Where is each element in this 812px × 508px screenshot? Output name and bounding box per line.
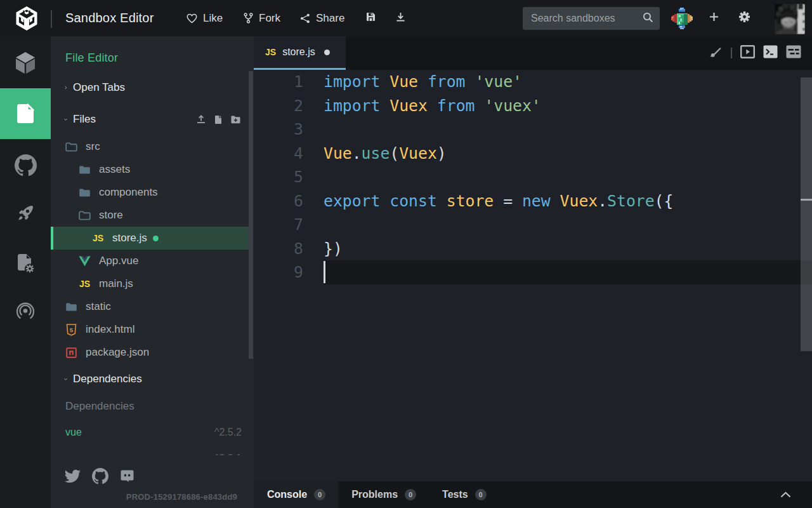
panel-expand-button[interactable] [780,481,791,508]
chevron-right-icon [51,84,67,91]
tree-item-label: main.js [99,277,133,290]
tree-item-components[interactable]: components [51,181,249,204]
section-files[interactable]: Files [51,108,249,131]
js-icon: JS [265,47,276,57]
search-input[interactable] [523,13,640,24]
file-icon [16,104,34,124]
tree-item-main-js[interactable]: JSmain.js [51,272,249,295]
activity-item-live[interactable] [0,293,51,331]
activity-bar [0,36,51,508]
console-icon[interactable] [763,45,778,61]
sidebar-scrollbar[interactable] [249,71,253,359]
new-folder-icon[interactable] [231,116,240,124]
line-number: 2 [254,94,303,118]
editor-tabbar: JS store.js [254,36,812,70]
chevron-up-icon [780,489,791,500]
save-button[interactable] [366,0,376,36]
editor: JS store.js 123456789 import Vue from 'v… [254,36,812,508]
dependencies-label: Dependencies [65,400,134,413]
count-badge: 0 [405,489,416,500]
sidebar-footer: PROD-1529178686-e843dd9 [51,455,249,508]
section-open-tabs[interactable]: Open Tabs [51,76,249,99]
activity-item-rocket[interactable] [0,194,51,232]
panel-tab-problems[interactable]: Problems0 [338,481,429,508]
chevron-down-icon [51,116,67,123]
twitter-icon[interactable] [64,469,81,484]
code-line-2: import Vuex from 'vuex' [324,94,541,118]
panel-tab-label: Problems [351,489,398,500]
live-icon [15,302,36,322]
share-button[interactable]: Share [300,0,344,36]
panel-tab-label: Console [267,489,307,500]
prettify-icon[interactable] [709,45,723,62]
tree-item-label: static [86,300,111,313]
patron-badge-icon[interactable] [671,0,693,36]
js-icon: JS [79,278,91,290]
codesandbox-logo[interactable] [14,6,39,31]
discord-icon[interactable] [119,469,135,485]
tree-item-index-html[interactable]: 5index.html [51,318,249,341]
chevron-down-icon [51,375,67,383]
code-line-8: }) [324,237,343,261]
line-number: 3 [254,117,303,142]
tree-item-label: App.vue [99,255,138,267]
folder-open-icon [65,141,77,153]
upload-icon[interactable] [197,115,206,124]
code-editor[interactable]: 123456789 import Vue from 'vue'import Vu… [254,70,812,481]
current-line-highlight [324,260,812,284]
sidebar: File Editor Open Tabs Files srcassetscom… [51,36,254,508]
download-button[interactable] [396,0,405,36]
tree-item-package-json[interactable]: package.json [51,341,249,364]
rocket-icon [15,203,36,224]
editor-scrollbar[interactable] [801,77,812,351]
app-title: Sandbox Editor [65,0,154,36]
panel-tab-tests[interactable]: Tests0 [429,481,499,508]
settings-button[interactable] [739,0,750,36]
fork-button[interactable]: Fork [244,0,280,36]
activity-item-file[interactable] [0,88,51,139]
section-dependencies[interactable]: Dependencies [51,368,249,391]
build-id: PROD-1529178686-e843dd9 [126,492,237,502]
tree-item-store-js[interactable]: JSstore.js [51,227,249,250]
tree-item-store[interactable]: store [51,204,249,227]
line-number: 1 [254,70,303,94]
activity-item-github[interactable] [0,146,51,184]
code-line-6: export const store = new Vuex.Store({ [324,189,673,213]
github-icon[interactable] [92,468,108,485]
new-file-icon[interactable] [214,115,222,124]
tree-item-label: components [99,186,158,199]
tree-item-assets[interactable]: assets [51,158,249,181]
tree-item-src[interactable]: src [51,135,249,158]
dependencies-section-label: Dependencies [73,373,142,385]
folder-icon [65,301,77,313]
activity-item-cube[interactable] [0,44,51,82]
line-number: 9 [254,260,303,284]
search-icon[interactable] [643,12,653,25]
tree-item-label: store.js [112,232,147,244]
user-avatar[interactable] [775,4,805,34]
preview-icon[interactable] [740,45,755,61]
count-badge: 0 [314,489,325,500]
tree-item-label: package.json [86,346,149,359]
activity-item-file-gear[interactable] [0,244,51,283]
header-divider [51,10,52,28]
files-label: Files [73,113,96,126]
tree-item-App-vue[interactable]: App.vue [51,250,249,272]
like-button[interactable]: Like [187,0,223,36]
plus-icon [709,12,719,24]
new-sandbox-button[interactable] [709,0,719,36]
panel-tab-console[interactable]: Console0 [254,481,338,508]
share-label: Share [316,12,344,25]
tree-item-static[interactable]: static [51,295,249,318]
tests-icon[interactable] [786,45,801,61]
dependency-row[interactable]: vue^2.5.2 [65,427,242,438]
save-icon [366,12,376,24]
unsaved-dot-icon [153,236,159,241]
dependency-name[interactable]: vue [65,427,82,438]
count-badge: 0 [475,489,487,500]
html-icon: 5 [65,324,77,336]
line-number: 5 [254,165,303,189]
tab-store-js[interactable]: JS store.js [254,36,346,70]
folder-icon [79,187,91,199]
line-number: 8 [254,237,303,261]
